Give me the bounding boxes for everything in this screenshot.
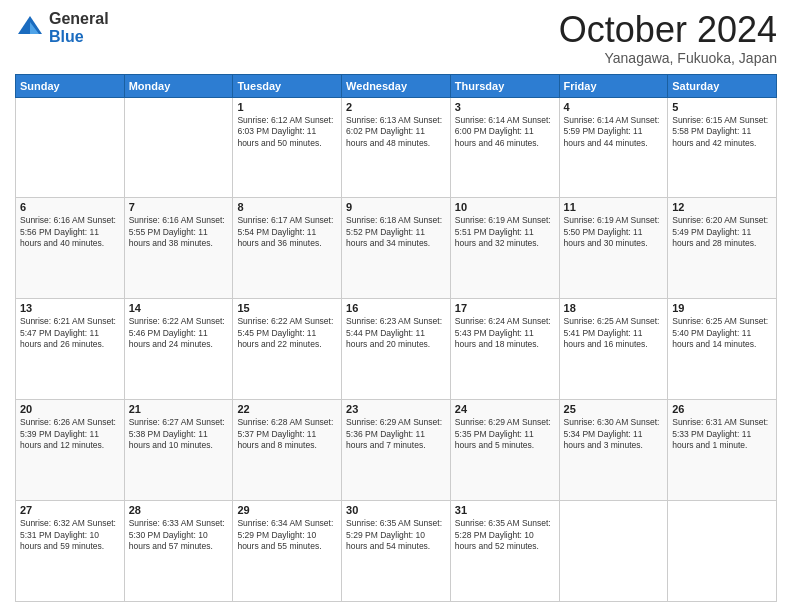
day-info: Sunrise: 6:19 AM Sunset: 5:51 PM Dayligh… — [455, 215, 555, 249]
day-number: 20 — [20, 403, 120, 415]
day-info: Sunrise: 6:25 AM Sunset: 5:41 PM Dayligh… — [564, 316, 664, 350]
col-tuesday: Tuesday — [233, 74, 342, 97]
table-row: 4Sunrise: 6:14 AM Sunset: 5:59 PM Daylig… — [559, 97, 668, 198]
calendar-week-1: 1Sunrise: 6:12 AM Sunset: 6:03 PM Daylig… — [16, 97, 777, 198]
table-row: 13Sunrise: 6:21 AM Sunset: 5:47 PM Dayli… — [16, 299, 125, 400]
day-number: 1 — [237, 101, 337, 113]
day-number: 2 — [346, 101, 446, 113]
logo-general: General — [49, 10, 109, 28]
day-number: 23 — [346, 403, 446, 415]
table-row: 27Sunrise: 6:32 AM Sunset: 5:31 PM Dayli… — [16, 501, 125, 602]
day-info: Sunrise: 6:29 AM Sunset: 5:35 PM Dayligh… — [455, 417, 555, 451]
day-info: Sunrise: 6:30 AM Sunset: 5:34 PM Dayligh… — [564, 417, 664, 451]
day-number: 13 — [20, 302, 120, 314]
col-thursday: Thursday — [450, 74, 559, 97]
day-number: 3 — [455, 101, 555, 113]
day-info: Sunrise: 6:28 AM Sunset: 5:37 PM Dayligh… — [237, 417, 337, 451]
day-info: Sunrise: 6:17 AM Sunset: 5:54 PM Dayligh… — [237, 215, 337, 249]
table-row: 17Sunrise: 6:24 AM Sunset: 5:43 PM Dayli… — [450, 299, 559, 400]
day-info: Sunrise: 6:12 AM Sunset: 6:03 PM Dayligh… — [237, 115, 337, 149]
day-number: 15 — [237, 302, 337, 314]
table-row: 24Sunrise: 6:29 AM Sunset: 5:35 PM Dayli… — [450, 400, 559, 501]
day-number: 28 — [129, 504, 229, 516]
day-info: Sunrise: 6:16 AM Sunset: 5:55 PM Dayligh… — [129, 215, 229, 249]
table-row: 14Sunrise: 6:22 AM Sunset: 5:46 PM Dayli… — [124, 299, 233, 400]
day-info: Sunrise: 6:21 AM Sunset: 5:47 PM Dayligh… — [20, 316, 120, 350]
table-row: 7Sunrise: 6:16 AM Sunset: 5:55 PM Daylig… — [124, 198, 233, 299]
calendar-week-4: 20Sunrise: 6:26 AM Sunset: 5:39 PM Dayli… — [16, 400, 777, 501]
table-row: 28Sunrise: 6:33 AM Sunset: 5:30 PM Dayli… — [124, 501, 233, 602]
day-info: Sunrise: 6:29 AM Sunset: 5:36 PM Dayligh… — [346, 417, 446, 451]
day-info: Sunrise: 6:24 AM Sunset: 5:43 PM Dayligh… — [455, 316, 555, 350]
day-info: Sunrise: 6:31 AM Sunset: 5:33 PM Dayligh… — [672, 417, 772, 451]
day-info: Sunrise: 6:33 AM Sunset: 5:30 PM Dayligh… — [129, 518, 229, 552]
month-title: October 2024 — [559, 10, 777, 50]
day-info: Sunrise: 6:22 AM Sunset: 5:45 PM Dayligh… — [237, 316, 337, 350]
table-row — [16, 97, 125, 198]
day-info: Sunrise: 6:34 AM Sunset: 5:29 PM Dayligh… — [237, 518, 337, 552]
day-number: 19 — [672, 302, 772, 314]
table-row: 9Sunrise: 6:18 AM Sunset: 5:52 PM Daylig… — [342, 198, 451, 299]
day-number: 16 — [346, 302, 446, 314]
calendar-week-2: 6Sunrise: 6:16 AM Sunset: 5:56 PM Daylig… — [16, 198, 777, 299]
table-row: 5Sunrise: 6:15 AM Sunset: 5:58 PM Daylig… — [668, 97, 777, 198]
table-row: 30Sunrise: 6:35 AM Sunset: 5:29 PM Dayli… — [342, 501, 451, 602]
day-number: 14 — [129, 302, 229, 314]
page: General Blue October 2024 Yanagawa, Fuku… — [0, 0, 792, 612]
table-row: 31Sunrise: 6:35 AM Sunset: 5:28 PM Dayli… — [450, 501, 559, 602]
table-row: 21Sunrise: 6:27 AM Sunset: 5:38 PM Dayli… — [124, 400, 233, 501]
table-row: 3Sunrise: 6:14 AM Sunset: 6:00 PM Daylig… — [450, 97, 559, 198]
day-number: 27 — [20, 504, 120, 516]
table-row: 25Sunrise: 6:30 AM Sunset: 5:34 PM Dayli… — [559, 400, 668, 501]
day-info: Sunrise: 6:27 AM Sunset: 5:38 PM Dayligh… — [129, 417, 229, 451]
table-row: 12Sunrise: 6:20 AM Sunset: 5:49 PM Dayli… — [668, 198, 777, 299]
day-info: Sunrise: 6:14 AM Sunset: 5:59 PM Dayligh… — [564, 115, 664, 149]
day-info: Sunrise: 6:35 AM Sunset: 5:28 PM Dayligh… — [455, 518, 555, 552]
logo-icon — [15, 13, 45, 43]
table-row: 18Sunrise: 6:25 AM Sunset: 5:41 PM Dayli… — [559, 299, 668, 400]
table-row: 8Sunrise: 6:17 AM Sunset: 5:54 PM Daylig… — [233, 198, 342, 299]
day-number: 24 — [455, 403, 555, 415]
day-info: Sunrise: 6:25 AM Sunset: 5:40 PM Dayligh… — [672, 316, 772, 350]
logo-text: General Blue — [49, 10, 109, 45]
location-subtitle: Yanagawa, Fukuoka, Japan — [559, 50, 777, 66]
table-row: 10Sunrise: 6:19 AM Sunset: 5:51 PM Dayli… — [450, 198, 559, 299]
table-row: 2Sunrise: 6:13 AM Sunset: 6:02 PM Daylig… — [342, 97, 451, 198]
day-number: 7 — [129, 201, 229, 213]
day-number: 12 — [672, 201, 772, 213]
col-saturday: Saturday — [668, 74, 777, 97]
table-row: 22Sunrise: 6:28 AM Sunset: 5:37 PM Dayli… — [233, 400, 342, 501]
day-info: Sunrise: 6:18 AM Sunset: 5:52 PM Dayligh… — [346, 215, 446, 249]
table-row: 23Sunrise: 6:29 AM Sunset: 5:36 PM Dayli… — [342, 400, 451, 501]
table-row: 20Sunrise: 6:26 AM Sunset: 5:39 PM Dayli… — [16, 400, 125, 501]
table-row: 16Sunrise: 6:23 AM Sunset: 5:44 PM Dayli… — [342, 299, 451, 400]
day-number: 10 — [455, 201, 555, 213]
col-monday: Monday — [124, 74, 233, 97]
table-row — [124, 97, 233, 198]
day-number: 18 — [564, 302, 664, 314]
day-number: 30 — [346, 504, 446, 516]
day-number: 8 — [237, 201, 337, 213]
day-number: 21 — [129, 403, 229, 415]
day-info: Sunrise: 6:35 AM Sunset: 5:29 PM Dayligh… — [346, 518, 446, 552]
day-info: Sunrise: 6:32 AM Sunset: 5:31 PM Dayligh… — [20, 518, 120, 552]
title-block: October 2024 Yanagawa, Fukuoka, Japan — [559, 10, 777, 66]
day-number: 25 — [564, 403, 664, 415]
day-info: Sunrise: 6:16 AM Sunset: 5:56 PM Dayligh… — [20, 215, 120, 249]
day-number: 9 — [346, 201, 446, 213]
table-row — [559, 501, 668, 602]
col-friday: Friday — [559, 74, 668, 97]
day-info: Sunrise: 6:22 AM Sunset: 5:46 PM Dayligh… — [129, 316, 229, 350]
day-info: Sunrise: 6:26 AM Sunset: 5:39 PM Dayligh… — [20, 417, 120, 451]
logo-blue: Blue — [49, 28, 109, 46]
day-number: 6 — [20, 201, 120, 213]
day-info: Sunrise: 6:19 AM Sunset: 5:50 PM Dayligh… — [564, 215, 664, 249]
header: General Blue October 2024 Yanagawa, Fuku… — [15, 10, 777, 66]
day-info: Sunrise: 6:20 AM Sunset: 5:49 PM Dayligh… — [672, 215, 772, 249]
day-info: Sunrise: 6:13 AM Sunset: 6:02 PM Dayligh… — [346, 115, 446, 149]
day-info: Sunrise: 6:23 AM Sunset: 5:44 PM Dayligh… — [346, 316, 446, 350]
table-row: 6Sunrise: 6:16 AM Sunset: 5:56 PM Daylig… — [16, 198, 125, 299]
col-wednesday: Wednesday — [342, 74, 451, 97]
day-number: 5 — [672, 101, 772, 113]
calendar-week-5: 27Sunrise: 6:32 AM Sunset: 5:31 PM Dayli… — [16, 501, 777, 602]
